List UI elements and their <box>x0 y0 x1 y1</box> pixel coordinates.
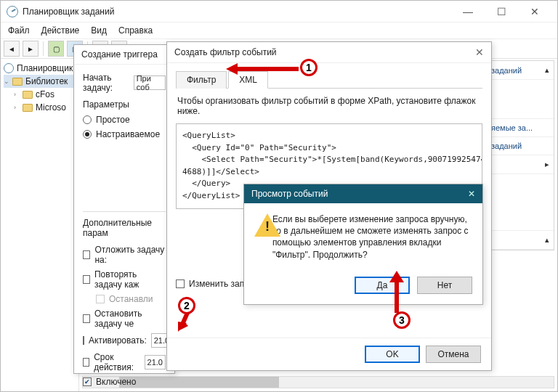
caret-icon: › <box>14 104 20 111</box>
messagebox-text: Если вы выберете изменение запроса вручн… <box>272 213 472 261</box>
tree-root-label: Планировщик <box>17 63 73 73</box>
dialog-title: Создание триггера <box>81 49 158 60</box>
annotation-marker-2: 2 <box>178 297 195 314</box>
create-trigger-dialog: Создание триггера Начать задачу: При соб… <box>73 44 175 374</box>
toolbar-btn-1[interactable]: ▢ <box>48 41 64 57</box>
filter-description: Чтобы организовать фильтр событий в форм… <box>177 96 481 116</box>
tree-item-cfos[interactable]: › cFos <box>4 88 76 101</box>
close-button[interactable]: ✕ <box>518 1 551 22</box>
start-task-label: Начать задачу: <box>83 73 129 93</box>
yes-button[interactable]: Да <box>355 277 410 294</box>
radio-custom[interactable] <box>83 130 92 139</box>
caret-icon: ⌄ <box>4 78 9 85</box>
window-controls: ― ☐ ✕ <box>451 1 551 22</box>
chevron-right-icon: ▸ <box>545 160 549 169</box>
dialog-body: Начать задачу: При соб Параметры Простое… <box>74 65 174 392</box>
delay-label: Отложить задачу на: <box>94 245 166 265</box>
activate-label: Активировать: <box>89 335 147 346</box>
manual-edit-checkbox[interactable] <box>176 279 185 288</box>
tree-root[interactable]: Планировщик <box>4 62 76 75</box>
expire-row: Срок действия: 21.0 <box>83 350 166 375</box>
tree-item-microsoft[interactable]: › Microso <box>4 101 76 114</box>
tab-xml[interactable]: XML <box>228 71 268 89</box>
chevron-up-icon: ▴ <box>545 65 549 75</box>
menu-action[interactable]: Действие <box>41 25 80 36</box>
action-link-1[interactable]: заданий▴ <box>487 61 554 80</box>
annotation-marker-3: 3 <box>393 311 411 329</box>
divider <box>83 211 166 212</box>
tree-item-label: Microso <box>36 102 66 113</box>
toolbar-back-icon[interactable]: ◄ <box>4 41 20 57</box>
action-link-5[interactable]: ▴ <box>487 231 554 250</box>
extra-params-label: Дополнительные парам <box>83 218 166 238</box>
tree-library[interactable]: ⌄ Библиотек <box>4 75 76 88</box>
menu-help[interactable]: Справка <box>118 25 153 36</box>
action-label: яемые за... <box>491 123 533 132</box>
dialog-titlebar: Создание триггера <box>74 45 174 65</box>
radio-custom-row[interactable]: Настраиваемое <box>83 127 166 142</box>
radio-simple-label: Простое <box>96 115 130 125</box>
app-title: Планировщик заданий <box>23 7 451 17</box>
minimize-button[interactable]: ― <box>451 1 485 22</box>
params-group-label: Параметры <box>83 99 166 110</box>
stop-task-label: Остановить задачу че <box>94 309 166 329</box>
confirm-messagebox: Просмотр событий ✕ ! Если вы выберете из… <box>243 184 483 305</box>
tabs: Фильтр XML <box>176 70 482 89</box>
tree-library-label: Библиотек <box>25 76 68 86</box>
toolbar-forward-icon[interactable]: ► <box>23 41 39 57</box>
repeat-row: Повторять задачу каж <box>83 267 166 292</box>
action-spacer <box>487 80 554 119</box>
toolbar-separator <box>43 41 44 56</box>
dialog-titlebar: Создать фильтр событий ✕ <box>167 42 491 63</box>
activate-row: Активировать: 21.0 <box>83 331 166 350</box>
repeat-checkbox[interactable] <box>83 275 90 284</box>
messagebox-body: ! Если вы выберете изменение запроса вру… <box>244 203 482 271</box>
warning-icon: ! <box>254 213 262 237</box>
cancel-button[interactable]: Отмена <box>426 346 481 363</box>
action-label: заданий <box>491 66 522 75</box>
messagebox-title: Просмотр событий <box>251 189 328 199</box>
start-task-row: Начать задачу: При соб <box>83 70 166 95</box>
stop-disabled-row: Останавли <box>83 292 166 306</box>
expire-label: Срок действия: <box>94 352 140 372</box>
app-icon <box>7 6 18 17</box>
no-button[interactable]: Нет <box>417 277 472 294</box>
menu-view[interactable]: Вид <box>91 25 107 36</box>
action-link-3[interactable]: заданий <box>487 137 554 155</box>
enabled-checkbox[interactable] <box>83 377 92 386</box>
expire-checkbox[interactable] <box>83 358 89 367</box>
action-link-2[interactable]: яемые за... <box>487 119 554 137</box>
actions-pane: заданий▴ яемые за... заданий ▸ ▴ <box>486 60 554 250</box>
enabled-row: Включено <box>83 375 166 389</box>
menubar: Файл Действие Вид Справка <box>1 23 557 38</box>
radio-simple-row[interactable]: Простое <box>83 113 166 127</box>
ok-button[interactable]: OK <box>365 346 420 363</box>
menu-file[interactable]: Файл <box>8 25 30 36</box>
clock-icon <box>4 63 14 73</box>
stop-task-row: Остановить задачу че <box>83 306 166 331</box>
stop-disabled-label: Останавли <box>109 294 153 304</box>
enabled-label: Включено <box>96 377 136 387</box>
radio-simple[interactable] <box>83 115 92 124</box>
repeat-label: Повторять задачу каж <box>94 269 166 290</box>
annotation-marker-1: 1 <box>300 59 318 76</box>
dialog-buttons: OK Отмена <box>167 338 491 370</box>
action-link-4[interactable]: ▸ <box>487 155 554 174</box>
stop-disabled-checkbox <box>96 295 105 303</box>
delay-checkbox[interactable] <box>83 250 90 259</box>
dialog-title: Создать фильтр событий <box>174 47 277 57</box>
action-spacer <box>487 174 554 231</box>
close-icon[interactable]: ✕ <box>475 46 484 58</box>
messagebox-buttons: Да Нет <box>244 271 482 304</box>
expire-date-input[interactable]: 21.0 <box>145 355 166 369</box>
start-task-select[interactable]: При соб <box>134 75 166 90</box>
tree-item-label: cFos <box>36 89 54 99</box>
radio-custom-label: Настраиваемое <box>96 129 160 139</box>
tab-filter[interactable]: Фильтр <box>176 71 227 89</box>
close-icon[interactable]: ✕ <box>468 189 475 199</box>
folder-icon <box>23 91 33 99</box>
activate-checkbox[interactable] <box>83 336 84 345</box>
maximize-button[interactable]: ☐ <box>485 1 518 22</box>
stop-task-checkbox[interactable] <box>83 314 90 323</box>
chevron-up-icon: ▴ <box>545 235 549 245</box>
